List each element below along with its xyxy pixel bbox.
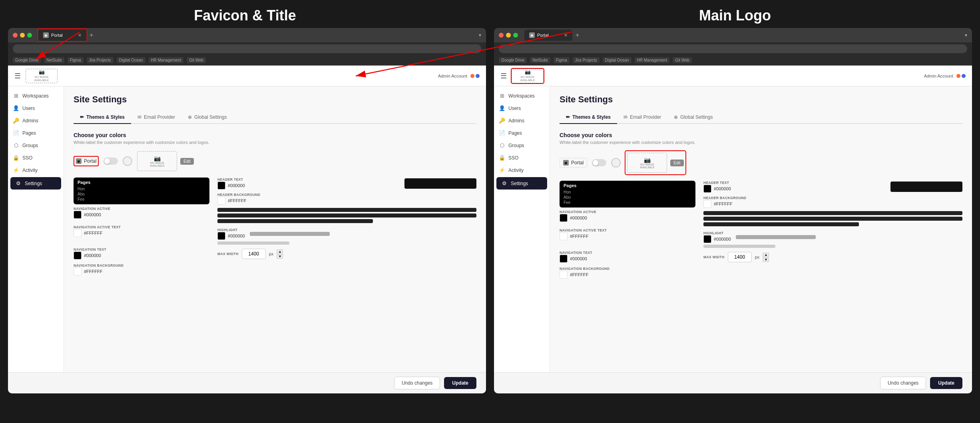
nav-text-swatch-left[interactable]	[74, 251, 82, 259]
edit-btn-left[interactable]: Edit	[180, 158, 193, 165]
highlight-swatch-left[interactable]	[217, 232, 225, 240]
circle-toggle-left[interactable]	[123, 156, 132, 166]
sidebar-item-activity-right[interactable]: ⚡ Activity	[494, 164, 550, 176]
tl-yellow-left[interactable]	[20, 33, 25, 38]
tab-email-left[interactable]: ✉ Email Provider	[131, 111, 181, 124]
logo-no-image-2: AVAILABLE	[34, 79, 49, 82]
tab-email-right[interactable]: ✉ Email Provider	[617, 111, 667, 124]
tab-global-right[interactable]: ⊕ Global Settings	[667, 111, 719, 124]
tab-themes-right[interactable]: ✏ Themes & Styles	[560, 111, 617, 124]
bookmark-7[interactable]: Git Web	[187, 57, 206, 63]
nav-text-section-left: NAVIGATION TEXT #000000 NAVIGATION BACKG…	[74, 247, 209, 275]
address-input-left[interactable]	[13, 44, 481, 53]
stepper-down-left[interactable]: ▼	[277, 254, 283, 259]
tl-red-left[interactable]	[13, 33, 18, 38]
bookmark-5[interactable]: Digital Ocean	[117, 57, 145, 63]
undo-btn-right[interactable]: Undo changes	[880, 377, 926, 389]
sidebar-item-groups-right[interactable]: ⬡ Groups	[494, 139, 550, 152]
bookmark-r5[interactable]: Digital Ocean	[603, 57, 631, 63]
bookmark-2[interactable]: NetSuite	[44, 57, 64, 63]
active-tab-left[interactable]: ▣ Portal ✕	[38, 30, 86, 41]
new-tab-btn-right[interactable]: +	[574, 32, 581, 39]
annotation-labels: Favicon & Title Main Logo	[0, 0, 980, 28]
tab-themes-left[interactable]: ✏ Themes & Styles	[74, 111, 131, 124]
nav-active-swatch-right[interactable]	[560, 214, 568, 222]
new-tab-btn-left[interactable]: +	[88, 32, 95, 39]
max-width-input-right[interactable]	[728, 252, 752, 262]
tl-green-left[interactable]	[27, 33, 32, 38]
header-text-swatch-right[interactable]	[703, 185, 711, 193]
sidebar-item-groups-left[interactable]: ⬡ Groups	[8, 139, 64, 152]
sidebar-item-users-right[interactable]: 👤 Users	[494, 102, 550, 114]
sidebar-item-workspaces-right[interactable]: ⊞ Workspaces	[494, 90, 550, 102]
address-input-right[interactable]	[499, 44, 967, 53]
max-width-input-left[interactable]	[242, 249, 266, 259]
stepper-up-right[interactable]: ▲	[763, 253, 769, 257]
admin-label-left: Admin Account	[438, 74, 467, 78]
active-tab-right[interactable]: ▣ Portal ✕	[524, 30, 572, 41]
sidebar-item-pages-right[interactable]: 📄 Pages	[494, 127, 550, 139]
nav-active-text-swatch-right[interactable]	[560, 232, 568, 240]
bookmark-3[interactable]: Figma	[68, 57, 84, 63]
sidebar-item-pages-left[interactable]: 📄 Pages	[8, 127, 64, 139]
bookmark-r4[interactable]: Jira Projects	[573, 57, 600, 63]
sidebar-item-sso-left[interactable]: 🔒 SSO	[8, 152, 64, 164]
nav-active-text-value-right: #FFFFFF	[570, 234, 588, 239]
nav-bg-swatch-right[interactable]	[560, 271, 568, 279]
tl-green-right[interactable]	[513, 33, 518, 38]
sidebar-item-settings-right[interactable]: ⚙ Settings	[496, 177, 547, 190]
tab-global-left[interactable]: ⊕ Global Settings	[181, 111, 233, 124]
undo-btn-left[interactable]: Undo changes	[394, 377, 440, 389]
tl-yellow-right[interactable]	[506, 33, 511, 38]
tab-close-left[interactable]: ✕	[78, 33, 82, 38]
update-btn-right[interactable]: Update	[930, 377, 962, 389]
main-area-right: Site Settings ✏ Themes & Styles ✉ Email …	[550, 86, 972, 372]
favicon-box-left: ▣ Portal	[74, 156, 99, 166]
header-bg-swatch-left[interactable]	[217, 197, 225, 205]
max-width-label-right: MAX WIDTH	[703, 255, 725, 259]
sidebar-item-activity-left[interactable]: ⚡ Activity	[8, 164, 64, 176]
bookmark-r2[interactable]: NetSuite	[530, 57, 550, 63]
sidebar-item-admins-right[interactable]: 🔑 Admins	[494, 114, 550, 127]
stepper-down-right[interactable]: ▼	[763, 257, 769, 262]
nav-active-text-swatch-left[interactable]	[74, 229, 82, 237]
toggle-switch-right[interactable]	[592, 159, 606, 166]
edit-btn-right[interactable]: Edit	[670, 160, 683, 166]
logo-big-left: 📷 NO IMAGE AVAILABLE	[137, 151, 177, 171]
header-bg-value-left: #FFFFFF	[228, 198, 246, 203]
bookmark-r7[interactable]: Git Web	[673, 57, 692, 63]
bookmark-r6[interactable]: HR Management	[635, 57, 670, 63]
header-text-swatch-left[interactable]	[217, 182, 225, 190]
sidebar-label-activity-right: Activity	[508, 168, 524, 173]
bookmark-r3[interactable]: Figma	[554, 57, 570, 63]
header-bg-swatch-right[interactable]	[703, 200, 711, 208]
admins-icon-left: 🔑	[13, 118, 19, 124]
bookmark-r1[interactable]: Google Drive	[499, 57, 527, 63]
sidebar-item-users-left[interactable]: 👤 Users	[8, 102, 64, 114]
dropdown-left[interactable]: ▾	[479, 32, 481, 38]
header-text-value-right: #000000	[714, 186, 731, 191]
stepper-up-left[interactable]: ▲	[277, 249, 283, 254]
sidebar-item-settings-left[interactable]: ⚙ Settings	[10, 177, 61, 190]
sidebar-item-sso-right[interactable]: 🔒 SSO	[494, 152, 550, 164]
bookmark-6[interactable]: HR Management	[149, 57, 184, 63]
highlight-swatch-right[interactable]	[703, 235, 711, 243]
dropdown-right[interactable]: ▾	[965, 32, 967, 38]
bookmark-4[interactable]: Jira Projects	[87, 57, 114, 63]
hamburger-left[interactable]: ☰	[14, 72, 21, 80]
hamburger-right[interactable]: ☰	[500, 72, 507, 80]
nav-bg-value-left: #FFFFFF	[84, 269, 102, 274]
update-btn-left[interactable]: Update	[444, 377, 476, 389]
bookmark-1[interactable]: Google Drive	[13, 57, 41, 63]
tab-close-right[interactable]: ✕	[564, 33, 568, 38]
tl-red-right[interactable]	[499, 33, 504, 38]
sidebar-item-workspaces-left[interactable]: ⊞ Workspaces	[8, 90, 64, 102]
toggle-switch-left[interactable]	[104, 158, 118, 165]
nav-bg-swatch-left[interactable]	[74, 267, 82, 275]
nav-text-swatch-right[interactable]	[560, 255, 568, 263]
circle-toggle-right[interactable]	[611, 158, 621, 168]
nav-active-text-row-left: #FFFFFF	[74, 229, 209, 237]
admin-dots-right	[956, 74, 966, 78]
nav-active-swatch-left[interactable]	[74, 211, 82, 219]
sidebar-item-admins-left[interactable]: 🔑 Admins	[8, 114, 64, 127]
